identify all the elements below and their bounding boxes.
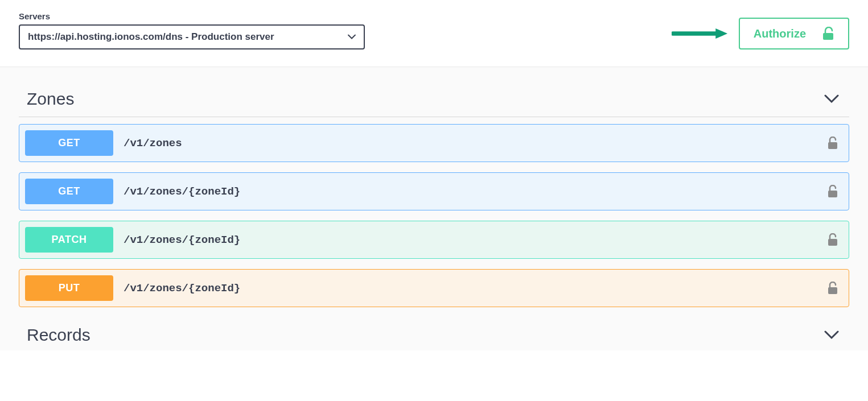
op-path: /v1/zones/{zoneId} bbox=[124, 234, 240, 246]
method-badge-patch: PATCH bbox=[25, 227, 113, 253]
chevron-down-icon bbox=[824, 330, 839, 340]
method-badge-put: PUT bbox=[25, 275, 113, 301]
authorize-label: Authorize bbox=[754, 27, 806, 40]
svg-marker-1 bbox=[715, 28, 727, 39]
header-bar: Servers https://api.hosting.ionos.com/dn… bbox=[0, 0, 868, 67]
svg-rect-3 bbox=[828, 142, 837, 149]
op-put-zone-by-id[interactable]: PUT /v1/zones/{zoneId} bbox=[19, 269, 849, 307]
unlock-icon bbox=[827, 282, 838, 295]
op-get-zones[interactable]: GET /v1/zones bbox=[19, 124, 849, 162]
op-patch-zone-by-id[interactable]: PATCH /v1/zones/{zoneId} bbox=[19, 221, 849, 259]
method-badge-get: GET bbox=[25, 179, 113, 204]
chevron-down-icon bbox=[824, 94, 839, 104]
servers-block: Servers https://api.hosting.ionos.com/dn… bbox=[19, 11, 365, 49]
servers-label: Servers bbox=[19, 11, 365, 21]
section-zones-header[interactable]: Zones bbox=[19, 81, 849, 117]
op-path: /v1/zones bbox=[124, 137, 182, 150]
svg-rect-2 bbox=[823, 33, 833, 40]
section-records-header[interactable]: Records bbox=[19, 317, 849, 345]
op-path: /v1/zones/{zoneId} bbox=[124, 282, 240, 295]
method-badge-get: GET bbox=[25, 130, 113, 156]
svg-rect-4 bbox=[828, 191, 837, 197]
content: Zones GET /v1/zones GET /v1/zones/{zoneI… bbox=[0, 67, 868, 350]
unlock-icon bbox=[827, 185, 838, 199]
op-path: /v1/zones/{zoneId} bbox=[124, 185, 240, 198]
unlock-icon bbox=[827, 233, 838, 247]
server-select[interactable]: https://api.hosting.ionos.com/dns - Prod… bbox=[19, 24, 365, 49]
server-selected-value: https://api.hosting.ionos.com/dns - Prod… bbox=[28, 31, 274, 43]
chevron-down-icon bbox=[348, 35, 356, 40]
unlock-icon bbox=[827, 137, 838, 150]
authorize-button[interactable]: Authorize bbox=[739, 18, 849, 49]
op-get-zone-by-id[interactable]: GET /v1/zones/{zoneId} bbox=[19, 172, 849, 210]
section-records-title: Records bbox=[27, 325, 90, 345]
arrow-right-icon bbox=[672, 28, 729, 39]
header-right: Authorize bbox=[672, 18, 849, 49]
svg-rect-5 bbox=[828, 239, 837, 246]
section-zones-title: Zones bbox=[27, 89, 74, 109]
svg-rect-6 bbox=[828, 287, 837, 294]
unlock-icon bbox=[822, 27, 834, 40]
